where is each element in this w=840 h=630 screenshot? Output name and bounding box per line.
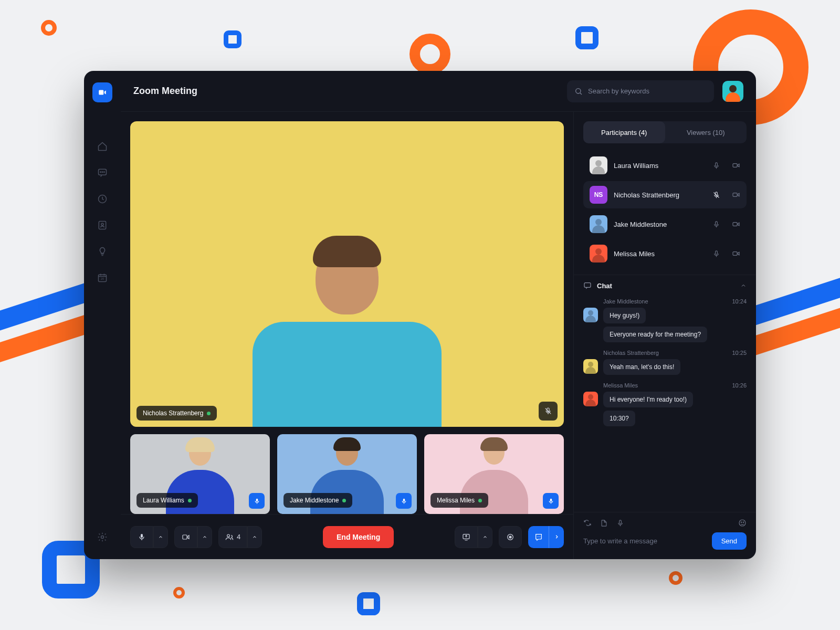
svg-point-22 bbox=[537, 536, 538, 537]
chat-messages: Jake Middlestone10:24 Hey guys!)Everyone… bbox=[574, 296, 756, 512]
search-box[interactable] bbox=[567, 80, 714, 102]
participant-mic-button[interactable] bbox=[712, 220, 720, 228]
svg-rect-0 bbox=[99, 90, 103, 95]
message-time: 10:26 bbox=[732, 382, 747, 388]
chevron-up-icon bbox=[482, 534, 488, 540]
svg-point-36 bbox=[741, 522, 741, 522]
chevron-right-icon bbox=[554, 534, 560, 540]
svg-point-11 bbox=[576, 88, 581, 93]
file-icon[interactable] bbox=[600, 519, 608, 527]
main-video-name-badge: Nicholas Strattenberg bbox=[136, 406, 217, 421]
mic-control[interactable] bbox=[130, 526, 168, 548]
main-area: Zoom Meeting bbox=[121, 71, 756, 559]
participant-name: Nicholas Strattenberg bbox=[614, 191, 706, 199]
svg-rect-32 bbox=[733, 252, 737, 256]
svg-rect-25 bbox=[716, 162, 718, 166]
record-button[interactable] bbox=[499, 526, 522, 548]
thumb-mic-button[interactable] bbox=[249, 493, 265, 509]
chat-message: Melissa Miles10:26 Hi everyone! I'm read… bbox=[583, 382, 747, 426]
nav-ideas[interactable] bbox=[92, 241, 113, 262]
page-title: Zoom Meeting bbox=[133, 86, 197, 97]
participant-row[interactable]: Laura Williams bbox=[583, 152, 747, 179]
video-thumb[interactable]: Laura Williams bbox=[130, 434, 270, 514]
main-video-mute-button[interactable] bbox=[539, 402, 558, 421]
svg-rect-13 bbox=[256, 498, 257, 501]
lightbulb-icon bbox=[97, 246, 108, 257]
svg-point-37 bbox=[743, 522, 743, 522]
svg-rect-14 bbox=[403, 498, 404, 501]
chat-icon bbox=[534, 533, 543, 541]
participant-mic-button[interactable] bbox=[712, 162, 720, 170]
nav-chat[interactable] bbox=[92, 162, 113, 183]
search-input[interactable] bbox=[588, 87, 707, 95]
nav-settings[interactable] bbox=[92, 527, 113, 548]
chat-bubble: Yeah man, let's do this! bbox=[603, 359, 680, 375]
nav-history[interactable] bbox=[92, 188, 113, 209]
participant-row[interactable]: Melissa Miles bbox=[583, 240, 747, 267]
participant-name: Melissa Miles bbox=[614, 250, 706, 258]
thumb-name-badge: Laura Williams bbox=[136, 493, 198, 508]
share-screen-control[interactable] bbox=[455, 526, 492, 548]
participant-camera-button[interactable] bbox=[732, 191, 740, 199]
status-dot bbox=[188, 499, 192, 502]
main-video-tile[interactable]: Nicholas Strattenberg bbox=[130, 121, 564, 427]
svg-point-21 bbox=[509, 536, 511, 538]
thumb-mic-button[interactable] bbox=[543, 493, 559, 509]
chat-input[interactable] bbox=[583, 537, 707, 545]
video-thumb[interactable]: Jake Middlestone bbox=[277, 434, 417, 514]
svg-point-3 bbox=[102, 172, 102, 172]
svg-point-35 bbox=[739, 520, 746, 526]
nav-calendar[interactable]: 20 bbox=[92, 267, 113, 288]
participants-list: Laura Williams NS Nicholas Strattenberg … bbox=[574, 149, 756, 275]
app-logo[interactable] bbox=[92, 82, 112, 102]
svg-rect-28 bbox=[733, 193, 737, 197]
participant-mic-button[interactable] bbox=[712, 191, 720, 199]
video-icon bbox=[732, 249, 740, 258]
participant-avatar bbox=[590, 215, 607, 233]
chat-message: Jake Middlestone10:24 Hey guys!)Everyone… bbox=[583, 298, 747, 342]
emoji-icon[interactable] bbox=[738, 519, 747, 527]
svg-rect-29 bbox=[716, 221, 718, 225]
content: Nicholas Strattenberg bbox=[121, 112, 756, 559]
participants-control[interactable]: 4 bbox=[218, 526, 262, 548]
svg-rect-17 bbox=[183, 535, 187, 539]
chat-bubble: Hey guys!) bbox=[603, 308, 646, 323]
thumb-mic-button[interactable] bbox=[396, 493, 412, 509]
nav-home[interactable] bbox=[92, 136, 113, 157]
tab-participants[interactable]: Participants (4) bbox=[583, 121, 665, 143]
chevron-up-icon bbox=[202, 534, 207, 540]
participant-mic-button[interactable] bbox=[712, 250, 720, 258]
participant-camera-button[interactable] bbox=[732, 220, 740, 228]
current-user-avatar[interactable] bbox=[722, 81, 743, 102]
participant-row[interactable]: NS Nicholas Strattenberg bbox=[583, 181, 747, 208]
participant-camera-button[interactable] bbox=[732, 161, 740, 170]
loop-icon[interactable] bbox=[583, 519, 592, 527]
message-avatar bbox=[583, 392, 598, 406]
panel-tabs: Participants (4) Viewers (10) bbox=[574, 112, 756, 149]
participant-row[interactable]: Jake Middlestone bbox=[583, 211, 747, 238]
mic-icon bbox=[138, 533, 146, 541]
chevron-up-icon bbox=[740, 282, 747, 289]
mic-icon bbox=[401, 498, 407, 505]
svg-point-7 bbox=[101, 223, 103, 225]
chat-header[interactable]: Chat bbox=[574, 275, 756, 296]
nav-contacts[interactable] bbox=[92, 215, 113, 236]
camera-control[interactable] bbox=[174, 526, 212, 548]
tab-viewers[interactable]: Viewers (10) bbox=[665, 121, 747, 143]
status-dot bbox=[207, 412, 211, 415]
send-button[interactable]: Send bbox=[712, 532, 747, 550]
end-meeting-button[interactable]: End Meeting bbox=[323, 526, 394, 548]
participant-camera-button[interactable] bbox=[732, 249, 740, 258]
mic-icon bbox=[548, 498, 554, 505]
participant-avatar bbox=[590, 245, 607, 262]
chat-panel-toggle[interactable] bbox=[528, 526, 564, 548]
video-icon bbox=[182, 533, 190, 541]
mic-icon[interactable] bbox=[616, 519, 624, 527]
gear-icon bbox=[97, 532, 108, 542]
thumb-name: Jake Middlestone bbox=[290, 497, 339, 504]
video-thumb[interactable]: Melissa Miles bbox=[424, 434, 564, 514]
svg-rect-34 bbox=[620, 520, 622, 523]
chat-header-label: Chat bbox=[597, 282, 735, 290]
message-avatar bbox=[583, 308, 598, 322]
thumbnail-row: Laura Williams bbox=[130, 434, 564, 514]
